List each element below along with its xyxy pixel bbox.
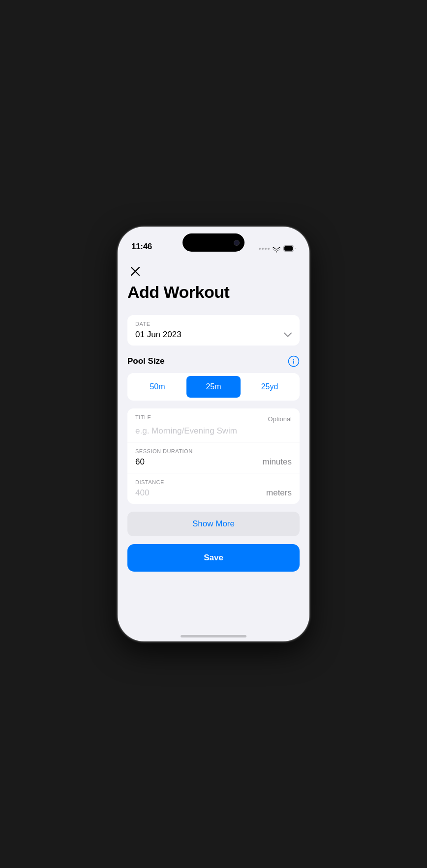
home-indicator	[181, 635, 246, 637]
duration-row: minutes	[135, 457, 292, 467]
duration-input[interactable]	[135, 457, 240, 467]
camera-dot	[234, 240, 240, 246]
duration-unit: minutes	[262, 457, 292, 467]
pool-option-25yd[interactable]: 25yd	[243, 376, 297, 398]
date-value: 01 Jun 2023	[135, 330, 182, 340]
pool-option-50m[interactable]: 50m	[130, 376, 184, 398]
distance-unit: meters	[266, 488, 292, 498]
title-field-header: TITLE Optional	[135, 414, 292, 423]
save-label: Save	[204, 553, 223, 563]
pool-size-label: Pool Size	[127, 356, 165, 366]
signal-icon	[259, 248, 270, 250]
screen-content: Add Workout DATE 01 Jun 2023 Pool Size	[118, 256, 309, 641]
pool-size-header: Pool Size	[127, 355, 300, 367]
battery-icon	[283, 245, 296, 252]
dynamic-island	[183, 233, 244, 252]
save-button[interactable]: Save	[127, 544, 300, 572]
duration-label: SESSION DURATION	[135, 448, 292, 454]
status-icons	[259, 245, 296, 252]
distance-label: DISTANCE	[135, 479, 292, 485]
form-card: TITLE Optional SESSION DURATION minutes …	[127, 408, 300, 504]
title-field: TITLE Optional	[127, 408, 300, 442]
page-title: Add Workout	[127, 283, 300, 301]
distance-row: meters	[135, 488, 292, 498]
show-more-button[interactable]: Show More	[127, 512, 300, 536]
date-label: DATE	[135, 321, 292, 327]
status-time: 11:46	[131, 242, 152, 252]
pool-size-selector: 50m 25m 25yd	[127, 373, 300, 401]
wifi-icon	[273, 246, 280, 252]
distance-field: DISTANCE meters	[127, 473, 300, 504]
pool-option-25m[interactable]: 25m	[186, 376, 241, 398]
duration-field: SESSION DURATION minutes	[127, 442, 300, 473]
date-field[interactable]: DATE 01 Jun 2023	[127, 315, 300, 346]
title-input[interactable]	[135, 426, 292, 436]
info-button[interactable]	[288, 355, 300, 367]
title-label: TITLE	[135, 414, 151, 420]
svg-rect-1	[284, 246, 293, 251]
show-more-label: Show More	[192, 519, 235, 529]
close-button[interactable]	[127, 263, 143, 279]
optional-label: Optional	[268, 415, 292, 423]
chevron-down-icon	[284, 330, 292, 339]
phone-frame: 11:46	[118, 227, 309, 641]
distance-input[interactable]	[135, 488, 240, 498]
date-row: 01 Jun 2023	[135, 330, 292, 340]
